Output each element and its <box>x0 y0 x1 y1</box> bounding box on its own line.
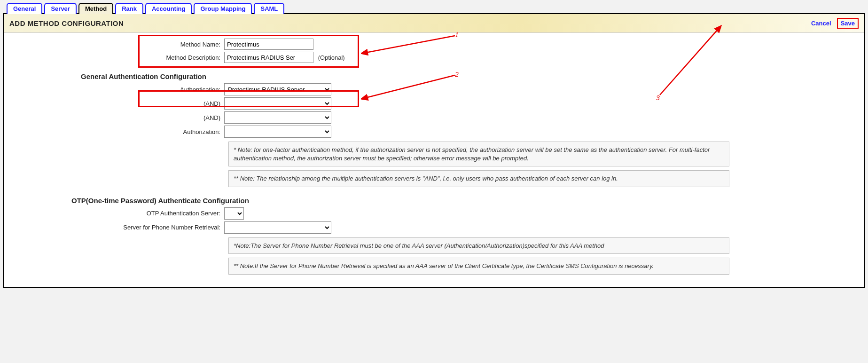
tab-general[interactable]: General <box>7 3 42 14</box>
authentication-and2-label: (AND) <box>10 114 224 121</box>
general-auth-section-title: General Authentication Configuration <box>81 72 858 80</box>
otp-server-label: OTP Authentication Server: <box>10 210 224 217</box>
cancel-button[interactable]: Cancel <box>811 20 831 27</box>
form-area: 1 2 3 Method Name: Method Description: <box>4 33 864 287</box>
authentication-and1-select[interactable] <box>224 97 331 110</box>
authentication-and2-select[interactable] <box>224 111 331 124</box>
authorization-label: Authorization: <box>10 128 224 135</box>
otp-note-1: *Note:The Server for Phone Number Retrie… <box>228 237 729 254</box>
tab-method[interactable]: Method <box>78 3 113 14</box>
authentication-and1-label: (AND) <box>10 100 224 107</box>
tab-saml[interactable]: SAML <box>254 3 284 14</box>
tab-server[interactable]: Server <box>44 3 76 14</box>
method-panel: ADD METHOD CONFIGURATION Cancel Save 1 2… <box>3 13 865 288</box>
authentication-label: Authentication: <box>10 86 224 93</box>
method-desc-label: Method Description: <box>10 54 224 61</box>
save-button[interactable]: Save <box>837 18 859 29</box>
method-name-label: Method Name: <box>10 41 224 48</box>
method-name-input[interactable] <box>224 39 313 50</box>
optional-hint: (Optional) <box>318 54 345 61</box>
otp-server-select[interactable] <box>224 207 244 220</box>
auth-note-1: * Note: for one-factor authentication me… <box>228 142 729 166</box>
tab-rank[interactable]: Rank <box>115 3 143 14</box>
otp-section-title: OTP(One-time Password) Authenticate Conf… <box>71 197 858 205</box>
panel-header: ADD METHOD CONFIGURATION Cancel Save <box>4 14 864 33</box>
phone-retrieval-label: Server for Phone Number Retrieval: <box>10 224 224 231</box>
tab-group-mapping[interactable]: Group Mapping <box>194 3 252 14</box>
tab-accounting[interactable]: Accounting <box>145 3 192 14</box>
otp-note-2: ** Note:If the Server for Phone Number R… <box>228 258 729 275</box>
phone-retrieval-select[interactable] <box>224 221 331 234</box>
authorization-select[interactable] <box>224 126 331 138</box>
authentication-select[interactable]: Protectimus RADIUS Server <box>224 83 331 95</box>
panel-title: ADD METHOD CONFIGURATION <box>9 19 124 27</box>
tab-bar: General Server Method Rank Accounting Gr… <box>3 3 865 14</box>
auth-note-2: ** Note: The relationship among the mult… <box>228 170 729 187</box>
method-desc-input[interactable] <box>224 52 313 63</box>
